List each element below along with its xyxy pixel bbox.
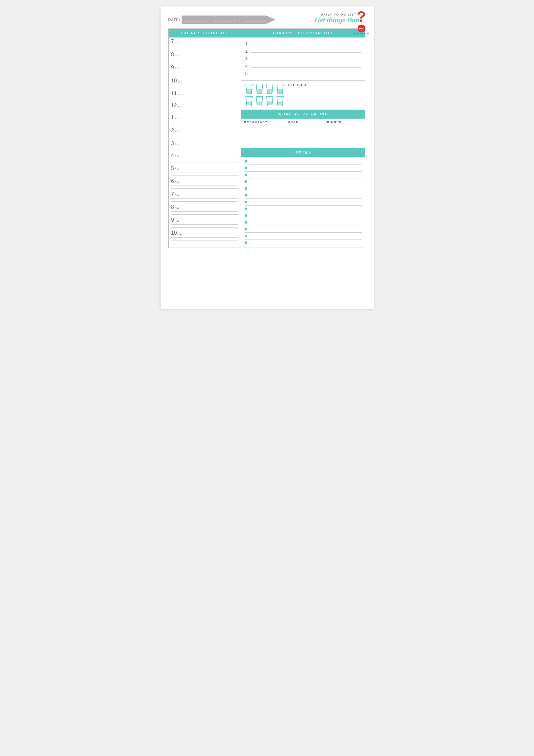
priority-line[interactable] xyxy=(251,54,362,60)
time-label: 11 AM xyxy=(171,91,239,97)
time-period: PM xyxy=(174,168,179,171)
exercise-lines xyxy=(288,88,362,97)
time-hour: 11 xyxy=(171,91,177,97)
note-item[interactable] xyxy=(244,185,362,192)
note-item[interactable] xyxy=(244,158,362,165)
time-label: 6 PM xyxy=(171,178,239,184)
priority-line[interactable] xyxy=(251,47,362,53)
priority-item-5: 5 xyxy=(245,69,362,76)
logo-section: ? HW How To Wiki xyxy=(352,9,370,35)
note-item[interactable] xyxy=(244,172,362,178)
note-bullet-icon xyxy=(244,180,247,183)
time-period: PM xyxy=(174,181,179,184)
time-line xyxy=(171,110,239,110)
note-item[interactable] xyxy=(244,192,362,199)
time-label: 5 PM xyxy=(171,166,239,171)
note-line xyxy=(249,173,362,177)
time-slot-6pm: 6 PM xyxy=(169,177,241,190)
water-section xyxy=(244,83,285,107)
note-bullet-icon xyxy=(244,174,247,176)
time-line-extra xyxy=(171,125,239,125)
time-slot-9am: 9 AM xyxy=(169,63,241,77)
dinner-col: DINNER xyxy=(324,119,365,148)
time-slot-8am: 8 AM xyxy=(169,50,241,63)
svg-rect-1 xyxy=(256,89,263,93)
water-exercise-section: EXERCISE xyxy=(241,81,365,110)
note-bullet-icon xyxy=(244,187,247,190)
note-line xyxy=(249,234,362,238)
time-slot-7am: 7 AM xyxy=(169,38,241,50)
time-line xyxy=(171,46,239,46)
time-label: 7 AM xyxy=(171,39,239,44)
exercise-line[interactable] xyxy=(288,94,362,94)
time-period: AM xyxy=(177,80,182,83)
time-line xyxy=(171,160,239,160)
time-slot-11am: 11 AM xyxy=(169,90,241,101)
time-hour: 1 xyxy=(171,115,174,121)
time-label: 8 AM xyxy=(171,52,239,58)
time-label: 4 PM xyxy=(171,152,239,158)
time-line-extra xyxy=(171,202,239,202)
priority-num: 1 xyxy=(245,41,249,46)
note-item[interactable] xyxy=(244,226,362,233)
water-row-bottom xyxy=(244,96,285,107)
exercise-line[interactable] xyxy=(288,88,362,88)
note-item[interactable] xyxy=(244,199,362,205)
eating-cols: BREAKFAST LUNCH DINNER xyxy=(241,119,365,148)
time-slot-8pm: 8 PM xyxy=(169,203,241,216)
note-item[interactable] xyxy=(244,178,362,185)
date-underline: _______ / _______ / _______ xyxy=(184,18,267,22)
priorities-header: TODAY'S TOP PRIORITIES xyxy=(241,29,365,38)
time-slot-1pm: 1 PM xyxy=(169,114,241,126)
time-line-extra xyxy=(171,138,239,138)
time-slot-10am: 10 AM xyxy=(169,77,241,90)
time-slot-9pm: 9 PM xyxy=(169,216,241,229)
time-period: PM xyxy=(174,117,179,120)
time-label: 10 AM xyxy=(171,78,239,84)
time-hour: 10 xyxy=(171,78,177,84)
time-label: 1 PM xyxy=(171,115,239,121)
priority-items: 1 2 3 4 5 xyxy=(241,38,365,80)
note-bullet-icon xyxy=(244,207,247,210)
time-hour: 9 xyxy=(171,217,174,223)
header: DATE: _______ / _______ / _______ DAILY … xyxy=(168,13,366,24)
time-line-extra xyxy=(171,240,239,240)
priority-item-1: 1 xyxy=(245,40,362,46)
question-mark-icon: ? xyxy=(352,9,370,24)
date-label: DATE: xyxy=(168,18,181,22)
time-period: AM xyxy=(174,67,179,70)
note-item[interactable] xyxy=(244,239,362,246)
eating-section: WHAT WE'RE EATING BREAKFAST LUNCH DINNER xyxy=(241,110,365,148)
schedule-header: TODAY'S SCHEDULE xyxy=(169,29,241,38)
priority-item-4: 4 xyxy=(245,62,362,68)
priority-line[interactable] xyxy=(251,62,362,68)
note-item[interactable] xyxy=(244,233,362,239)
note-item[interactable] xyxy=(244,212,362,219)
lunch-col: LUNCH xyxy=(283,119,324,148)
note-line xyxy=(249,200,362,204)
note-item[interactable] xyxy=(244,219,362,226)
time-line xyxy=(171,135,239,135)
time-line xyxy=(171,148,239,148)
time-hour: 12 xyxy=(171,103,177,109)
note-item[interactable] xyxy=(244,165,362,172)
exercise-line[interactable] xyxy=(288,91,362,91)
time-label: 12 PM xyxy=(171,103,239,109)
breakfast-col: BREAKFAST xyxy=(241,119,283,148)
schedule-column: TODAY'S SCHEDULE 7 AM 8 AM xyxy=(169,29,242,248)
date-arrow: _______ / _______ / _______ xyxy=(182,15,276,24)
time-period: AM xyxy=(174,54,179,57)
water-row-top xyxy=(244,83,285,94)
note-bullet-icon xyxy=(244,241,247,244)
exercise-section: EXERCISE xyxy=(288,83,362,97)
time-line xyxy=(171,98,239,98)
priority-line[interactable] xyxy=(251,69,362,75)
time-hour: 6 xyxy=(171,178,174,184)
priority-line[interactable] xyxy=(251,40,362,45)
time-hour: 8 xyxy=(171,204,174,210)
time-period: PM xyxy=(174,220,179,222)
time-period: AM xyxy=(174,41,179,44)
note-line xyxy=(249,193,362,198)
svg-rect-4 xyxy=(246,101,252,105)
note-item[interactable] xyxy=(244,205,362,212)
